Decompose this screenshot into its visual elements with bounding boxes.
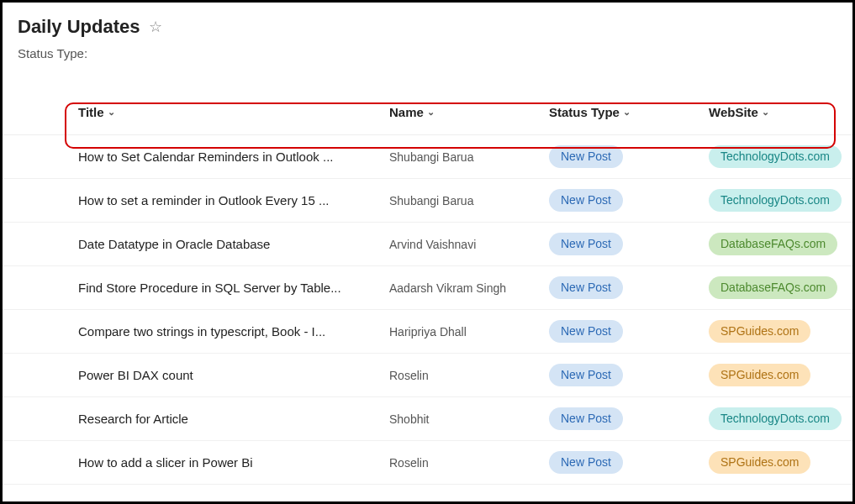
- cell-website: DatabaseFAQs.com: [709, 276, 852, 299]
- table-row[interactable]: Research for ArticleShobhitNew PostTechn…: [3, 397, 852, 441]
- cell-status: New Post: [549, 320, 709, 343]
- cell-website: TechnologyDots.com: [709, 407, 852, 430]
- status-badge: New Post: [549, 276, 623, 299]
- cell-title[interactable]: Date Datatype in Oracle Database: [78, 237, 389, 251]
- column-header-status-label: Status Type: [549, 105, 620, 119]
- table-row[interactable]: Power BI DAX countRoselinNew PostSPGuide…: [3, 354, 852, 397]
- cell-name: Haripriya Dhall: [389, 325, 549, 339]
- website-badge: SPGuides.com: [709, 320, 810, 343]
- cell-status: New Post: [549, 451, 709, 474]
- column-header-title[interactable]: Title ⌄: [78, 105, 389, 119]
- cell-status: New Post: [549, 407, 709, 430]
- status-badge: New Post: [549, 407, 623, 430]
- status-badge: New Post: [549, 320, 623, 343]
- filter-label: Status Type:: [3, 46, 852, 67]
- page-title: Daily Updates: [18, 16, 140, 38]
- chevron-down-icon: ⌄: [427, 107, 435, 118]
- cell-title[interactable]: How to Set Calendar Reminders in Outlook…: [78, 150, 389, 164]
- status-badge: New Post: [549, 451, 623, 474]
- cell-name: Arvind Vaishnavi: [389, 238, 549, 251]
- cell-website: SPGuides.com: [709, 451, 852, 474]
- chevron-down-icon: ⌄: [762, 107, 769, 118]
- table-row[interactable]: How to Set Calendar Reminders in Outlook…: [3, 135, 852, 179]
- table-row[interactable]: Find Store Procedure in SQL Server by Ta…: [3, 266, 852, 310]
- status-badge: New Post: [549, 233, 623, 255]
- column-header-status[interactable]: Status Type ⌄: [549, 105, 709, 119]
- table-row[interactable]: Date Datatype in Oracle DatabaseArvind V…: [3, 223, 852, 266]
- column-header-name[interactable]: Name ⌄: [389, 105, 549, 119]
- website-badge: SPGuides.com: [709, 364, 810, 386]
- status-badge: New Post: [549, 189, 623, 212]
- table-row[interactable]: How to set a reminder in Outlook Every 1…: [3, 179, 852, 223]
- cell-title[interactable]: Compare two strings in typescript, Book …: [78, 324, 389, 339]
- cell-website: TechnologyDots.com: [709, 145, 852, 168]
- website-badge: SPGuides.com: [709, 451, 810, 474]
- cell-title[interactable]: Power BI DAX count: [78, 368, 389, 382]
- cell-name: Shubangi Barua: [389, 150, 549, 164]
- cell-website: SPGuides.com: [709, 364, 852, 386]
- favorite-star-icon[interactable]: ☆: [149, 18, 162, 36]
- cell-title[interactable]: How to set a reminder in Outlook Every 1…: [78, 193, 389, 207]
- cell-website: TechnologyDots.com: [709, 189, 852, 212]
- cell-website: DatabaseFAQs.com: [709, 233, 852, 255]
- column-header-name-label: Name: [389, 105, 424, 119]
- column-header-row: Title ⌄ Name ⌄ Status Type ⌄ WebSite ⌄: [3, 89, 852, 135]
- cell-name: Roselin: [389, 456, 549, 470]
- cell-name: Shobhit: [389, 412, 549, 426]
- table-row[interactable]: Compare two strings in typescript, Book …: [3, 310, 852, 354]
- cell-title[interactable]: Find Store Procedure in SQL Server by Ta…: [78, 281, 389, 295]
- status-badge: New Post: [549, 145, 623, 168]
- status-badge: New Post: [549, 364, 623, 386]
- cell-name: Roselin: [389, 369, 549, 382]
- column-header-website[interactable]: WebSite ⌄: [709, 105, 852, 119]
- column-header-title-label: Title: [78, 105, 104, 119]
- list-view: Title ⌄ Name ⌄ Status Type ⌄ WebSite ⌄ H…: [3, 89, 852, 485]
- column-header-website-label: WebSite: [709, 105, 758, 119]
- cell-status: New Post: [549, 145, 709, 168]
- page-header: Daily Updates ☆: [3, 3, 852, 46]
- website-badge: DatabaseFAQs.com: [709, 276, 837, 299]
- chevron-down-icon: ⌄: [108, 107, 115, 118]
- website-badge: TechnologyDots.com: [709, 407, 842, 430]
- cell-title[interactable]: Research for Article: [78, 412, 389, 426]
- chevron-down-icon: ⌄: [623, 107, 631, 118]
- cell-status: New Post: [549, 233, 709, 255]
- cell-website: SPGuides.com: [709, 320, 852, 343]
- cell-name: Shubangi Barua: [389, 194, 549, 207]
- cell-title[interactable]: How to add a slicer in Power Bi: [78, 455, 389, 470]
- website-badge: TechnologyDots.com: [709, 189, 842, 212]
- website-badge: DatabaseFAQs.com: [709, 233, 837, 255]
- cell-name: Aadarsh Vikram Singh: [389, 281, 549, 295]
- website-badge: TechnologyDots.com: [709, 145, 842, 168]
- cell-status: New Post: [549, 189, 709, 212]
- table-row[interactable]: How to add a slicer in Power BiRoselinNe…: [3, 441, 852, 485]
- cell-status: New Post: [549, 364, 709, 386]
- cell-status: New Post: [549, 276, 709, 299]
